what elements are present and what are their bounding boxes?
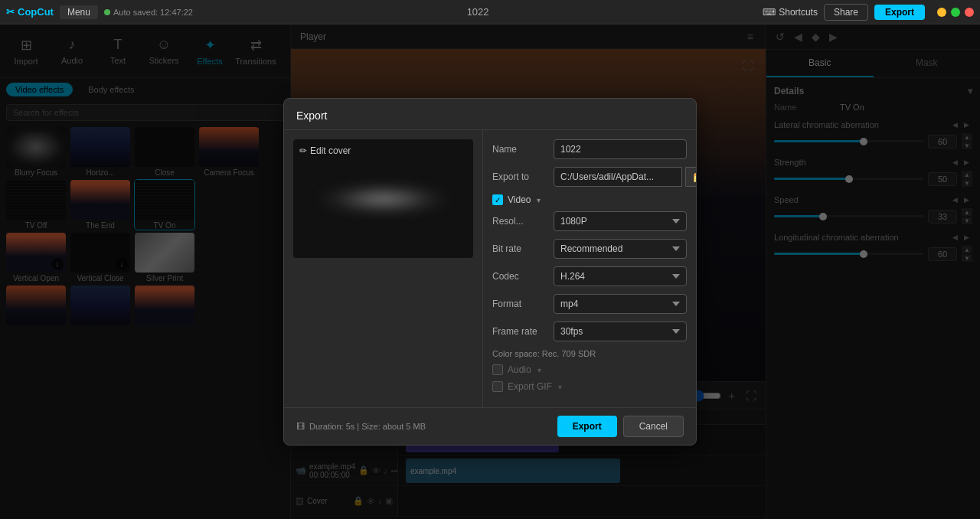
frame-rate-label: Frame rate: [492, 326, 547, 337]
save-time: Auto saved: 12:47:22: [113, 8, 193, 17]
name-field[interactable]: [554, 139, 687, 159]
logo-icon: ✂: [6, 6, 15, 18]
minimize-button[interactable]: [937, 8, 946, 17]
video-section-label: Video: [508, 194, 531, 205]
dialog-actions: Export Cancel: [557, 416, 684, 437]
codec-select[interactable]: H.264 H.265 VP9: [554, 266, 687, 286]
dialog-body: ✏ Edit cover Name Export to: [284, 130, 696, 407]
dialog-title: Export: [284, 99, 696, 130]
edit-cover-area: ✏ Edit cover: [293, 139, 473, 258]
menu-button[interactable]: Menu: [60, 5, 98, 19]
maximize-button[interactable]: [951, 8, 960, 17]
close-button[interactable]: [965, 8, 974, 17]
path-input[interactable]: [554, 167, 682, 187]
export-button-top[interactable]: Export: [874, 5, 925, 20]
keyboard-icon: ⌨: [763, 7, 776, 18]
audio-section-toggle: Audio ▾: [492, 364, 687, 375]
project-id: 1022: [467, 6, 489, 18]
name-field-label: Name: [492, 144, 547, 155]
share-button[interactable]: Share: [824, 4, 868, 21]
frame-rate-row: Frame rate 24fps 25fps 30fps 60fps: [492, 322, 687, 341]
export-confirm-button[interactable]: Export: [557, 416, 617, 437]
film-icon: 🎞: [296, 422, 305, 431]
app-logo: ✂ CopCut: [6, 6, 54, 18]
bit-rate-row: Bit rate Recommended Low Medium High: [492, 239, 687, 259]
frame-rate-select[interactable]: 24fps 25fps 30fps 60fps: [554, 322, 687, 341]
cover-blur-shape: [315, 184, 452, 214]
name-field-row: Name: [492, 139, 687, 159]
export-to-row: Export to 📁: [492, 167, 687, 187]
video-section-arrow[interactable]: ▾: [537, 196, 541, 204]
save-indicator: [104, 9, 110, 15]
audio-checkbox[interactable]: [492, 364, 503, 375]
export-gif-label: Export GIF: [508, 381, 552, 392]
footer-duration-info: 🎞 Duration: 5s | Size: about 5 MB: [296, 422, 426, 431]
audio-section-label: Audio: [508, 364, 531, 375]
format-select[interactable]: mp4 mov avi mkv: [554, 294, 687, 314]
app-name: CopCut: [18, 6, 54, 18]
bit-rate-label: Bit rate: [492, 243, 547, 254]
cover-preview: [293, 139, 473, 258]
export-dialog: Export ✏ Edit cover Name: [283, 98, 697, 446]
browse-folder-btn[interactable]: 📁: [685, 167, 696, 187]
cancel-button[interactable]: Cancel: [623, 416, 684, 437]
video-section-toggle: ✓ Video ▾: [492, 194, 687, 205]
resolution-label: Resol...: [492, 216, 547, 227]
resolution-select[interactable]: 720P 1080P 2K 4K: [554, 211, 687, 231]
color-space-info: Color space: Rec. 709 SDR: [492, 349, 687, 358]
codec-row: Codec H.264 H.265 VP9: [492, 266, 687, 286]
audio-section-arrow[interactable]: ▾: [537, 366, 541, 374]
export-gif-checkbox[interactable]: [492, 381, 503, 392]
dialog-footer: 🎞 Duration: 5s | Size: about 5 MB Export…: [284, 407, 696, 445]
video-checkbox[interactable]: ✓: [492, 194, 503, 205]
auto-save-status: Auto saved: 12:47:22: [104, 8, 193, 17]
topbar-right: ⌨ Shortcuts Share Export: [763, 4, 974, 21]
dialog-right: Name Export to 📁 ✓ Video ▾: [483, 130, 696, 407]
path-input-group: 📁: [554, 167, 696, 187]
dialog-left: ✏ Edit cover: [284, 130, 483, 407]
dialog-overlay: Export ✏ Edit cover Name: [0, 24, 980, 519]
export-to-label: Export to: [492, 171, 547, 182]
shortcuts-button[interactable]: ⌨ Shortcuts: [763, 7, 818, 18]
format-label: Format: [492, 299, 547, 309]
export-gif-toggle: Export GIF ▾: [492, 381, 687, 392]
edit-cover-label[interactable]: ✏ Edit cover: [299, 145, 351, 156]
duration-text: Duration: 5s | Size: about 5 MB: [309, 422, 426, 431]
pencil-icon: ✏: [299, 145, 307, 156]
bit-rate-select[interactable]: Recommended Low Medium High: [554, 239, 687, 259]
export-gif-arrow[interactable]: ▾: [558, 383, 562, 391]
format-row: Format mp4 mov avi mkv: [492, 294, 687, 314]
resolution-row: Resol... 720P 1080P 2K 4K: [492, 211, 687, 231]
codec-label: Codec: [492, 271, 547, 282]
topbar: ✂ CopCut Menu Auto saved: 12:47:22 1022 …: [0, 0, 980, 24]
window-controls: [937, 8, 974, 17]
